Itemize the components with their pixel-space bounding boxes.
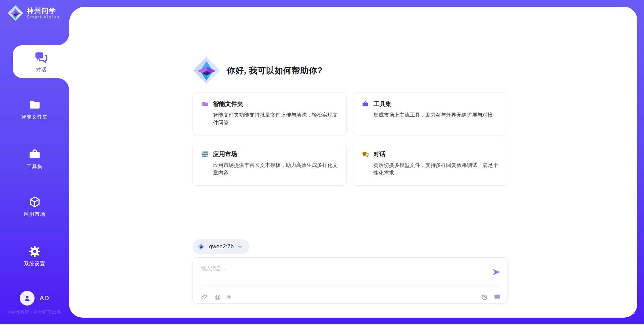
sidebar-item-label: 对话 [36,67,47,73]
sidebar-item-settings[interactable]: 系统设置 [0,245,69,267]
gear-icon [29,245,41,258]
user-name: AD [40,295,49,302]
active-tab-fillet-top [58,34,69,45]
briefcase-icon [362,101,369,108]
cube-icon [29,196,41,208]
sidebar-item-label: 应用市场 [24,211,45,217]
sidebar-item-chat[interactable]: 对话 [13,45,70,78]
diamond-logo-icon [193,56,221,84]
card-description: 灵活切换多模型文件，支持多样回复效果调试，满足个性化需求 [373,161,498,177]
chat-icon [362,151,369,158]
sidebar-item-label: 系统设置 [24,261,45,267]
card-smart-folders[interactable]: 智能文件夹 智能文件夹功能支持批量文件上传与清洗，轻松实现文件问答 [193,92,347,135]
sidebar-item-folders[interactable]: 智能文件夹 [0,99,69,120]
grid-icon [202,151,209,158]
sidebar-item-tools[interactable]: 工具集 [0,148,69,170]
card-description: 集成市场上主流工具，助力AI与外界无缝扩展与对接 [373,111,498,119]
bottom-edge-strip [0,324,644,325]
app-window: 神州问学 Smart Vision 对话 智能文件夹 工具集 应用市场 系统设置 [0,0,644,325]
card-title: 应用市场 [213,150,237,158]
chat-bubble-icon[interactable] [494,294,501,301]
main-panel: 你好, 我可以如何帮助你? 智能文件夹 智能文件夹功能支持批量文件上传与清洗，轻… [69,7,637,318]
sidebar: 神州问学 Smart Vision 对话 智能文件夹 工具集 应用市场 系统设置 [0,0,69,325]
message-input[interactable] [201,262,483,274]
message-composer: @ # [193,257,508,304]
card-title: 智能文件夹 [213,100,243,108]
composer-toolbar-right [481,294,501,301]
card-app-market[interactable]: 应用市场 应用市场提供丰富长文本模板，助力高效生成多样化文章内容 [193,143,347,186]
card-chat[interactable]: 对话 灵活切换多模型文件，支持多样回复效果调试，满足个性化需求 [353,143,507,186]
composer-divider [200,286,500,286]
person-icon [23,294,32,303]
brand-name: 神州问学 [27,7,60,15]
diamond-logo-icon [197,243,205,251]
sidebar-item-label: 工具集 [26,164,43,170]
paperclip-icon[interactable] [201,294,208,301]
model-selector[interactable]: qwen2:7b [193,239,249,254]
avatar [20,291,35,306]
chat-icon [34,50,48,64]
hash-icon[interactable]: # [227,294,231,300]
folder-icon [202,101,209,108]
user-menu[interactable]: AD [0,291,69,306]
greeting: 你好, 我可以如何帮助你? [193,56,323,84]
card-toolset[interactable]: 工具集 集成市场上主流工具，助力AI与外界无缝扩展与对接 [353,92,507,135]
brand-subtitle: Smart Vision [27,15,60,19]
brand: 神州问学 Smart Vision [7,5,60,21]
greeting-title: 你好, 我可以如何帮助你? [227,65,323,76]
active-tab-fillet-bottom [58,78,69,89]
model-name: qwen2:7b [209,243,234,250]
history-icon[interactable] [481,294,488,301]
send-button[interactable] [492,268,501,276]
brand-diamond-logo-icon [7,5,23,21]
sidebar-item-market[interactable]: 应用市场 [0,196,69,217]
card-title: 对话 [373,150,385,158]
folder-icon [29,99,41,111]
sidebar-item-label: 智能文件夹 [21,114,48,120]
send-icon [492,268,501,276]
chevron-down-icon [237,244,243,249]
at-icon[interactable]: @ [214,294,221,300]
sidebar-footer-credit: ©神州数码 · 神州问学出品 [0,309,69,315]
card-description: 智能文件夹功能支持批量文件上传与清洗，轻松实现文件问答 [213,111,338,127]
briefcase-icon [29,148,41,160]
card-title: 工具集 [373,100,391,108]
composer-toolbar: @ # [201,290,501,303]
card-description: 应用市场提供丰富长文本模板，助力高效生成多样化文章内容 [213,161,338,177]
feature-cards: 智能文件夹 智能文件夹功能支持批量文件上传与清洗，轻松实现文件问答 工具集 集成… [193,92,507,186]
